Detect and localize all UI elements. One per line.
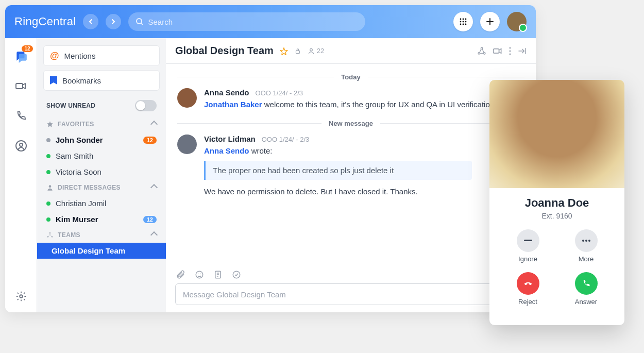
- phone-icon: [582, 279, 591, 288]
- phone-icon: [15, 110, 27, 122]
- user-avatar[interactable]: [507, 12, 527, 31]
- presence-dot: [46, 201, 50, 206]
- app-integrations-button[interactable]: [477, 46, 486, 56]
- chat-panel: Global Design Team 22: [166, 38, 536, 312]
- mention[interactable]: Jonathan Baker: [204, 100, 262, 109]
- star-icon: [46, 121, 54, 128]
- message-author[interactable]: Victor Lidman: [204, 135, 256, 143]
- message-author[interactable]: Anna Sendo: [204, 88, 249, 97]
- more-horizontal-icon: [582, 240, 591, 242]
- search-box[interactable]: [128, 12, 365, 31]
- more-button[interactable]: More: [575, 229, 598, 263]
- message-list[interactable]: Today Anna Sendo OOO 1/24/ - 2/3 Jonatha…: [166, 64, 536, 264]
- mention[interactable]: Anna Sendo: [204, 146, 249, 155]
- show-unread-toggle[interactable]: [135, 100, 157, 111]
- bookmarks-card[interactable]: Bookmarks: [43, 70, 160, 91]
- paperclip-icon: [176, 270, 185, 279]
- sidebar-item-label: Victoria Soon: [56, 167, 101, 176]
- svg-point-5: [463, 21, 464, 23]
- bookmarks-label: Bookmarks: [62, 76, 101, 85]
- expand-button[interactable]: [517, 46, 527, 56]
- svg-point-13: [20, 295, 23, 298]
- network-icon: [477, 46, 486, 56]
- add-button[interactable]: [480, 12, 500, 31]
- lock-icon: [294, 47, 301, 55]
- presence-dot: [46, 154, 50, 158]
- svg-point-24: [509, 47, 511, 48]
- message: Anna Sendo OOO 1/24/ - 2/3 Jonathan Bake…: [177, 88, 524, 110]
- svg-rect-10: [16, 83, 23, 89]
- teams-label: TEAMS: [58, 231, 80, 239]
- message-timestamp: OOO 1/24/ - 2/3: [262, 136, 310, 143]
- sidebar-item[interactable]: Sam Smith: [37, 148, 166, 164]
- start-video-button[interactable]: [493, 46, 503, 56]
- reject-label: Reject: [518, 298, 537, 306]
- dialpad-icon: [459, 18, 467, 26]
- svg-point-8: [463, 24, 464, 25]
- svg-point-7: [460, 24, 462, 25]
- gear-icon: [15, 291, 27, 302]
- nav-back-button[interactable]: [83, 14, 98, 29]
- network-icon: [46, 231, 54, 239]
- ignore-button[interactable]: Ignore: [517, 229, 539, 263]
- nav-rail: 12: [5, 38, 37, 312]
- incoming-call-card: Joanna Doe Ext. 9160 Ignore More Reject …: [489, 80, 624, 325]
- svg-point-19: [310, 48, 312, 51]
- svg-point-31: [233, 271, 240, 278]
- avatar[interactable]: [177, 135, 197, 154]
- lock-indicator: [294, 47, 301, 55]
- more-options-button[interactable]: [509, 47, 511, 55]
- favorite-button[interactable]: [280, 47, 288, 55]
- svg-point-21: [478, 52, 480, 54]
- person-icon: [46, 184, 54, 191]
- section-teams[interactable]: TEAMS: [37, 227, 166, 243]
- dialpad-button[interactable]: [453, 12, 473, 31]
- divider-new: New message: [177, 120, 524, 127]
- caller-photo: [489, 80, 624, 188]
- sidebar-item[interactable]: Kim Murser12: [37, 211, 166, 227]
- sidebar-item[interactable]: Christian Jomil: [37, 195, 166, 211]
- message: Victor Lidman OOO 1/24/ - 2/3 Anna Sendo…: [177, 135, 524, 197]
- unread-badge: 12: [143, 137, 157, 144]
- svg-point-22: [484, 52, 485, 54]
- rail-video[interactable]: [14, 79, 28, 93]
- video-icon: [15, 80, 27, 92]
- sidebar-item[interactable]: John Sonder12: [37, 132, 166, 148]
- composer-input[interactable]: [183, 290, 519, 299]
- member-count[interactable]: 22: [308, 47, 324, 55]
- search-input[interactable]: [148, 18, 358, 26]
- avatar[interactable]: [177, 88, 197, 108]
- chevron-up-icon: [150, 231, 158, 239]
- rail-phone[interactable]: [14, 109, 28, 123]
- rail-settings[interactable]: [14, 290, 28, 303]
- expand-icon: [517, 46, 527, 56]
- rail-chat[interactable]: 12: [14, 49, 28, 63]
- section-favorites[interactable]: FAVORITES: [37, 116, 166, 132]
- svg-point-15: [49, 232, 50, 233]
- sidebar-item[interactable]: Global Design Team: [37, 243, 166, 259]
- app-body: 12 @ Mentions Bookmarks: [5, 38, 536, 312]
- more-label: More: [579, 255, 594, 263]
- brand-logo: RingCentral: [14, 15, 76, 28]
- note-button[interactable]: [213, 270, 223, 279]
- emoji-button[interactable]: [195, 270, 204, 279]
- rail-contacts[interactable]: [14, 139, 28, 153]
- note-icon: [213, 270, 223, 279]
- reject-button[interactable]: Reject: [517, 272, 539, 306]
- svg-point-28: [198, 274, 199, 275]
- attach-button[interactable]: [176, 270, 185, 279]
- sidebar-item[interactable]: Victoria Soon: [37, 164, 166, 180]
- section-direct[interactable]: DIRECT MESSAGES: [37, 180, 166, 195]
- svg-point-20: [481, 47, 482, 49]
- quoted-message: The proper one had been created so pls j…: [204, 161, 472, 180]
- bookmark-icon: [50, 76, 57, 85]
- show-unread-row: SHOW UNREAD: [37, 95, 166, 116]
- answer-button[interactable]: Answer: [575, 272, 598, 306]
- nav-forward-button[interactable]: [106, 14, 121, 29]
- chevron-left-icon: [88, 19, 93, 24]
- video-icon: [493, 46, 503, 56]
- mentions-card[interactable]: @ Mentions: [43, 45, 160, 66]
- task-button[interactable]: [232, 270, 241, 279]
- mentions-label: Mentions: [64, 52, 96, 60]
- composer-input-box[interactable]: [175, 283, 527, 305]
